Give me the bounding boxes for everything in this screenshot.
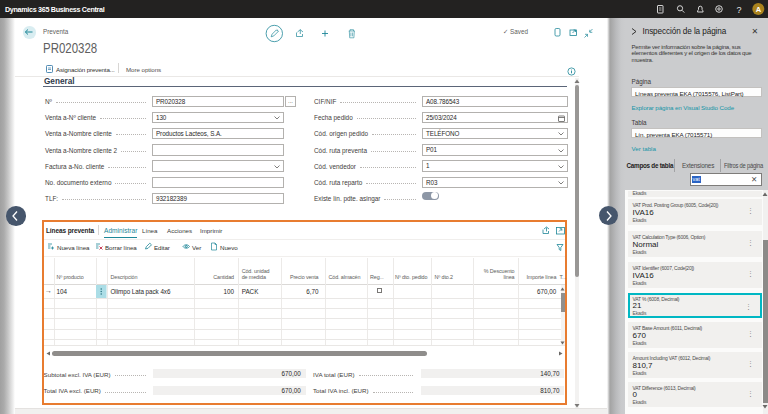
svg-text:A: A xyxy=(756,5,762,14)
svg-text:?: ? xyxy=(737,5,742,15)
